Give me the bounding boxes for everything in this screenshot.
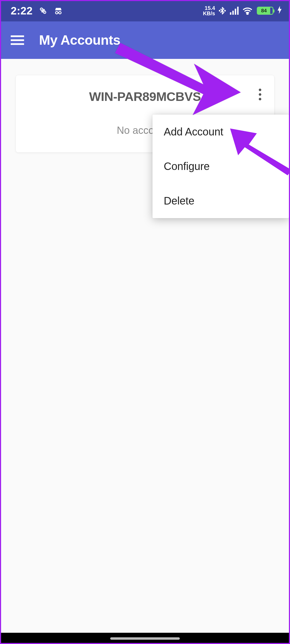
charging-icon: [277, 6, 282, 16]
network-speed: 15.4 KB/s: [203, 5, 215, 16]
signal-icon: [230, 7, 239, 15]
svg-point-18: [259, 98, 261, 100]
status-time: 2:22: [11, 5, 33, 17]
svg-point-7: [225, 10, 226, 11]
menu-item-configure[interactable]: Configure: [152, 149, 289, 184]
context-menu: Add Account Configure Delete: [152, 115, 289, 218]
menu-item-add-account[interactable]: Add Account: [152, 115, 289, 149]
card-title: WIN-PAR89MCBVS: [26, 89, 264, 104]
navigation-bar: [0, 633, 290, 644]
page-title: My Accounts: [39, 32, 120, 48]
svg-point-3: [56, 12, 58, 14]
card-menu-button[interactable]: [251, 84, 269, 105]
svg-point-4: [59, 12, 61, 14]
svg-rect-10: [235, 9, 236, 15]
status-bar: 2:22 15.4 KB/s: [0, 0, 290, 21]
more-vert-icon: [259, 89, 261, 100]
battery-icon: 84: [257, 7, 273, 15]
incognito-icon: [54, 6, 63, 16]
svg-point-6: [219, 10, 220, 11]
wifi-icon: [242, 7, 253, 15]
svg-point-16: [259, 89, 261, 91]
band-aid-icon: [39, 6, 48, 15]
bluetooth-icon: [218, 6, 226, 16]
home-pill[interactable]: [110, 637, 180, 640]
menu-icon[interactable]: [11, 35, 24, 46]
svg-point-17: [259, 93, 261, 96]
svg-point-12: [247, 13, 248, 15]
svg-rect-9: [232, 11, 234, 15]
app-bar: My Accounts: [0, 21, 290, 59]
svg-rect-8: [230, 12, 231, 15]
menu-item-delete[interactable]: Delete: [152, 184, 289, 218]
svg-rect-11: [237, 7, 239, 15]
